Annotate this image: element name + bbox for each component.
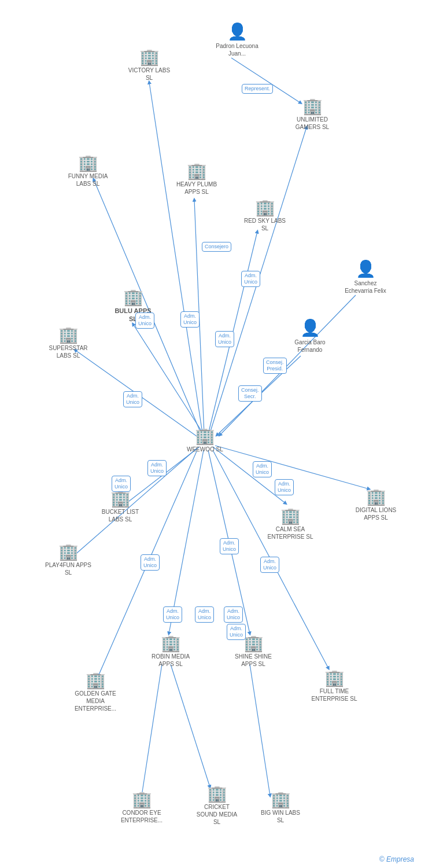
node-unlimited: 🏢 UNLIMITED GAMERS SL xyxy=(289,98,335,131)
node-bigwin: 🏢 BIG WIN LABS SL xyxy=(257,792,304,824)
badge-adm-right: Adm.Unico xyxy=(215,331,234,347)
node-cricket: 🏢 CRICKET SOUND MEDIA SL xyxy=(194,786,240,826)
label-heavy: HEAVY PLUMB APPS SL xyxy=(173,181,220,196)
label-condor: CONDOR EYE ENTERPRISE... xyxy=(119,809,165,824)
building-icon-heavy: 🏢 xyxy=(187,163,207,179)
label-padron: Padron Lecuona Juan... xyxy=(214,42,260,57)
badge-consej-presid: Consej.Presid. xyxy=(263,358,287,374)
label-cricket: CRICKET SOUND MEDIA SL xyxy=(194,803,240,826)
label-robin: ROBIN MEDIA APPS SL xyxy=(147,653,194,668)
building-icon-bucket: 🏢 xyxy=(110,491,131,507)
person-icon-garcia: 👤 xyxy=(300,318,320,337)
label-play4fun: PLAY4FUN APPS SL xyxy=(45,561,91,576)
building-icon-play4fun: 🏢 xyxy=(58,544,79,560)
person-icon-padron: 👤 xyxy=(227,22,248,41)
building-icon-superstar: 🏢 xyxy=(58,327,79,343)
svg-line-17 xyxy=(250,664,270,796)
badge-adm-weewoo-left: Adm.Unico xyxy=(147,460,167,476)
label-superstar: SUPERSSTAR LABS SL xyxy=(45,344,91,359)
building-icon-shine: 🏢 xyxy=(243,635,264,652)
badge-adm-calm2: Adm.Unico xyxy=(260,557,279,573)
badge-adm-shine2: Adm.Unico xyxy=(227,624,246,640)
node-digital: 🏢 DIGITAL LIONS APPS SL xyxy=(353,489,399,521)
badge-adm-weewoo-right2: Adm.Unico xyxy=(275,479,294,495)
building-icon-unlimited: 🏢 xyxy=(302,98,323,115)
node-padron: 👤 Padron Lecuona Juan... xyxy=(214,22,260,57)
node-victory: 🏢 VICTORY LABS SL xyxy=(126,49,172,82)
svg-line-0 xyxy=(133,324,205,437)
label-redsky: RED SKY LABS SL xyxy=(242,217,288,232)
building-icon-redsky: 🏢 xyxy=(255,200,275,216)
svg-line-1 xyxy=(149,82,202,433)
node-sanchez: 👤 Sanchez Echevarria Felix xyxy=(342,259,389,295)
building-icon-bulu: 🏢 xyxy=(123,289,143,306)
label-golden: GOLDEN GATE MEDIA ENTERPRISE... xyxy=(72,690,119,712)
label-weewoo: WEEWOO SL xyxy=(187,446,223,453)
node-funny: 🏢 FUNNY MEDIA LABS SL xyxy=(65,155,111,187)
svg-line-18 xyxy=(231,58,301,103)
node-weewoo: 🏢 WEEWOO SL xyxy=(187,428,223,453)
node-redsky: 🏢 RED SKY LABS SL xyxy=(242,200,288,232)
badge-adm-mid: Adm.Unico xyxy=(180,311,200,328)
person-icon-sanchez: 👤 xyxy=(356,259,376,278)
label-bucket: BUCKET LIST LABS SL xyxy=(97,508,143,523)
node-condor: 🏢 CONDOR EYE ENTERPRISE... xyxy=(119,792,165,824)
node-bucket: 🏢 BUCKET LIST LABS SL xyxy=(97,491,143,523)
building-icon-calmsea: 🏢 xyxy=(280,508,301,524)
building-icon-bigwin: 🏢 xyxy=(271,792,291,808)
node-calmsea: 🏢 CALM SEA ENTERPRISE SL xyxy=(267,508,313,540)
label-bigwin: BIG WIN LABS SL xyxy=(257,809,304,824)
node-shine: 🏢 SHINE SHINE APPS SL xyxy=(230,635,276,668)
badge-represent: Represent. xyxy=(242,84,273,94)
building-icon-weewoo: 🏢 xyxy=(195,428,215,444)
badge-adm-weewoo-right1: Adm.Unico xyxy=(253,461,272,477)
node-robin: 🏢 ROBIN MEDIA APPS SL xyxy=(147,635,194,668)
label-shine: SHINE SHINE APPS SL xyxy=(230,653,276,668)
badge-adm-redsky: Adm.Unico xyxy=(241,271,260,287)
node-superstar: 🏢 SUPERSSTAR LABS SL xyxy=(45,327,91,359)
watermark: © Empresa xyxy=(379,855,414,863)
label-fulltime: FULL TIME ENTERPRISE SL xyxy=(311,687,357,703)
badge-adm-superstar: Adm.Unico xyxy=(123,391,142,407)
label-unlimited: UNLIMITED GAMERS SL xyxy=(289,116,335,131)
building-icon-robin: 🏢 xyxy=(161,635,181,652)
badge-consej-secr: Consej.Secr. xyxy=(238,385,262,402)
badge-consejero: Consejero xyxy=(202,242,231,252)
label-victory: VICTORY LABS SL xyxy=(126,67,172,82)
node-golden: 🏢 GOLDEN GATE MEDIA ENTERPRISE... xyxy=(72,672,119,712)
building-icon-victory: 🏢 xyxy=(139,49,160,65)
label-garcia: Garcia Baro Fernando xyxy=(287,339,333,354)
building-icon-funny: 🏢 xyxy=(78,155,98,171)
label-calmsea: CALM SEA ENTERPRISE SL xyxy=(267,525,313,540)
svg-line-16 xyxy=(171,664,210,787)
badge-adm-shine1: Adm.Unico xyxy=(224,606,243,623)
badge-adm-robin1: Adm.Unico xyxy=(163,606,182,623)
badge-adm-play: Adm.Unico xyxy=(141,554,160,571)
node-garcia: 👤 Garcia Baro Fernando xyxy=(287,318,333,354)
building-icon-cricket: 🏢 xyxy=(207,786,227,802)
building-icon-fulltime: 🏢 xyxy=(324,670,345,686)
building-icon-digital: 🏢 xyxy=(366,489,386,505)
label-funny: FUNNY MEDIA LABS SL xyxy=(65,172,111,187)
node-play4fun: 🏢 PLAY4FUN APPS SL xyxy=(45,544,91,576)
badge-adm-bulu: Adm.Unico xyxy=(135,312,154,329)
badge-adm-bucket: Adm.Unico xyxy=(112,476,131,492)
svg-line-15 xyxy=(142,664,162,796)
badge-adm-robin2: Adm.Unico xyxy=(195,606,214,623)
badge-adm-calm1: Adm.Unico xyxy=(220,538,239,554)
svg-line-9 xyxy=(213,447,286,503)
building-icon-golden: 🏢 xyxy=(86,672,106,689)
node-heavy: 🏢 HEAVY PLUMB APPS SL xyxy=(173,163,220,196)
building-icon-condor: 🏢 xyxy=(132,792,152,808)
svg-line-20 xyxy=(220,295,356,435)
node-fulltime: 🏢 FULL TIME ENTERPRISE SL xyxy=(311,670,357,703)
label-digital: DIGITAL LIONS APPS SL xyxy=(353,506,399,521)
label-sanchez: Sanchez Echevarria Felix xyxy=(342,279,389,295)
